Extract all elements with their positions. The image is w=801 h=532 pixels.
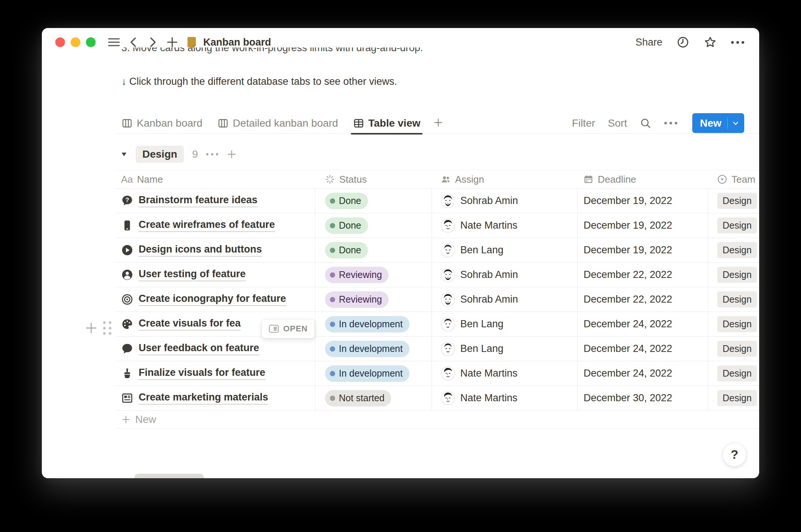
status-cell[interactable]: Reviewing	[315, 287, 432, 312]
status-cell[interactable]: Not started	[315, 386, 432, 410]
group-add-icon[interactable]	[226, 149, 237, 160]
help-button[interactable]: ?	[723, 443, 746, 467]
tab-kanban-board[interactable]: Kanban board	[121, 112, 202, 134]
deadline-cell[interactable]: December 22, 2022	[577, 263, 708, 287]
open-button[interactable]: OPEN	[262, 319, 315, 338]
status-pill: In development	[325, 316, 409, 332]
status-cell[interactable]: In development	[315, 337, 432, 361]
group-more-icon[interactable]	[206, 153, 218, 155]
status-cell[interactable]: Reviewing	[315, 263, 432, 287]
team-cell[interactable]: Design	[708, 386, 759, 410]
assign-cell[interactable]: Ben Lang	[432, 337, 577, 361]
task-name-link[interactable]: Design icons and buttons	[139, 244, 262, 257]
star-icon[interactable]	[703, 35, 717, 49]
assignee-name: Sohrab Amin	[460, 269, 518, 281]
name-cell[interactable]: Create iconography for feature	[116, 287, 315, 312]
status-cell[interactable]: Done	[315, 189, 432, 213]
triangle-down-icon[interactable]	[121, 151, 127, 158]
task-name-link[interactable]: Create wireframes of feature	[139, 219, 275, 232]
table-view-icon	[353, 118, 364, 129]
deadline-cell[interactable]: December 24, 2022	[577, 337, 708, 361]
deadline-cell[interactable]: December 30, 2022	[577, 386, 708, 410]
new-row-button[interactable]: New	[116, 411, 759, 429]
status-cell[interactable]: Done	[315, 213, 432, 238]
column-header-deadline[interactable]: Deadline	[577, 170, 708, 188]
add-view-icon[interactable]	[433, 117, 443, 129]
assign-cell[interactable]: Ben Lang	[432, 312, 577, 336]
status-cell[interactable]: Done	[315, 238, 432, 262]
zoom-button[interactable]	[86, 37, 96, 47]
filter-button[interactable]: Filter	[572, 117, 595, 129]
status-cell[interactable]: In development	[315, 312, 432, 336]
team-cell[interactable]: Design	[708, 263, 759, 287]
more-icon[interactable]	[731, 41, 744, 44]
task-name-link[interactable]: User testing of feature	[139, 268, 246, 281]
assign-cell[interactable]: Ben Lang	[432, 238, 577, 262]
deadline-cell[interactable]: December 24, 2022	[577, 312, 708, 336]
new-button[interactable]: New	[692, 113, 744, 133]
search-icon[interactable]	[640, 117, 652, 129]
team-tag: Design	[717, 390, 757, 406]
column-header-name[interactable]: Aa Name	[116, 170, 315, 188]
status-dot	[330, 248, 335, 253]
team-cell[interactable]: Design	[708, 238, 759, 262]
name-cell[interactable]: Finalize visuals for feature	[116, 361, 315, 386]
view-more-icon[interactable]	[664, 122, 677, 124]
close-button[interactable]	[55, 37, 65, 47]
task-name-link[interactable]: Brainstorm feature ideas	[139, 194, 257, 207]
sidebar-toggle-icon[interactable]	[107, 35, 121, 49]
share-button[interactable]: Share	[635, 37, 662, 48]
team-cell[interactable]: Design	[708, 337, 759, 361]
sort-button[interactable]: Sort	[608, 117, 627, 129]
assign-cell[interactable]: Nate Martins	[432, 213, 577, 238]
task-name-link[interactable]: Create visuals for fea	[139, 318, 241, 331]
row-add-icon[interactable]	[84, 321, 99, 335]
name-cell[interactable]: User testing of feature	[116, 263, 315, 287]
assign-cell[interactable]: Sohrab Amin	[432, 263, 577, 287]
assign-cell[interactable]: Nate Martins	[432, 386, 577, 410]
column-header-team[interactable]: Team	[708, 170, 759, 188]
task-name-link[interactable]: User feedback on feature	[139, 342, 259, 355]
assign-cell[interactable]: Sohrab Amin	[432, 287, 577, 312]
svg-text:?: ?	[125, 197, 129, 203]
team-cell[interactable]: Design	[708, 213, 759, 238]
deadline-date: December 22, 2022	[584, 294, 672, 305]
name-cell[interactable]: Design icons and buttons	[116, 238, 315, 262]
table-row: User testing of feature Reviewing Sohrab…	[116, 263, 759, 287]
clipped-bottom-element	[134, 474, 204, 478]
name-cell[interactable]: Create wireframes of feature	[116, 213, 315, 238]
team-cell[interactable]: Design	[708, 361, 759, 386]
status-dot	[330, 346, 335, 352]
group-name-tag[interactable]: Design	[136, 146, 184, 163]
column-header-assign[interactable]: Assign	[432, 170, 577, 188]
assign-cell[interactable]: Nate Martins	[432, 361, 577, 386]
name-cell[interactable]: Create marketing materials	[116, 386, 315, 410]
assignee-name: Nate Martins	[460, 220, 517, 231]
drag-handle-icon[interactable]	[101, 320, 114, 336]
deadline-cell[interactable]: December 22, 2022	[577, 287, 708, 312]
assignee-name: Sohrab Amin	[460, 195, 518, 207]
team-tag: Design	[717, 316, 757, 332]
deadline-cell[interactable]: December 19, 2022	[577, 189, 708, 213]
assignee-name: Nate Martins	[460, 392, 517, 404]
deadline-cell[interactable]: December 19, 2022	[577, 238, 708, 262]
status-cell[interactable]: In development	[315, 361, 432, 386]
minimize-button[interactable]	[71, 37, 80, 47]
deadline-cell[interactable]: December 24, 2022	[577, 361, 708, 386]
task-name-link[interactable]: Finalize visuals for feature	[139, 367, 265, 380]
team-cell[interactable]: Design	[708, 189, 759, 213]
chevron-down-icon[interactable]	[732, 119, 740, 127]
name-cell[interactable]: ? Brainstorm feature ideas	[116, 189, 315, 213]
history-icon[interactable]	[677, 36, 689, 49]
assign-cell[interactable]: Sohrab Amin	[432, 189, 577, 213]
task-name-link[interactable]: Create marketing materials	[139, 392, 268, 405]
tab-table-view[interactable]: Table view	[353, 112, 421, 134]
deadline-cell[interactable]: December 19, 2022	[577, 213, 708, 238]
team-cell[interactable]: Design	[708, 312, 759, 336]
column-header-status[interactable]: Status	[315, 170, 432, 188]
tab-detailed-kanban-board[interactable]: Detailed kanban board	[217, 112, 338, 134]
name-cell[interactable]: User feedback on feature	[116, 337, 315, 361]
team-cell[interactable]: Design	[708, 287, 759, 312]
task-name-link[interactable]: Create iconography for feature	[139, 293, 286, 306]
table-row: Finalize visuals for feature In developm…	[116, 361, 759, 386]
